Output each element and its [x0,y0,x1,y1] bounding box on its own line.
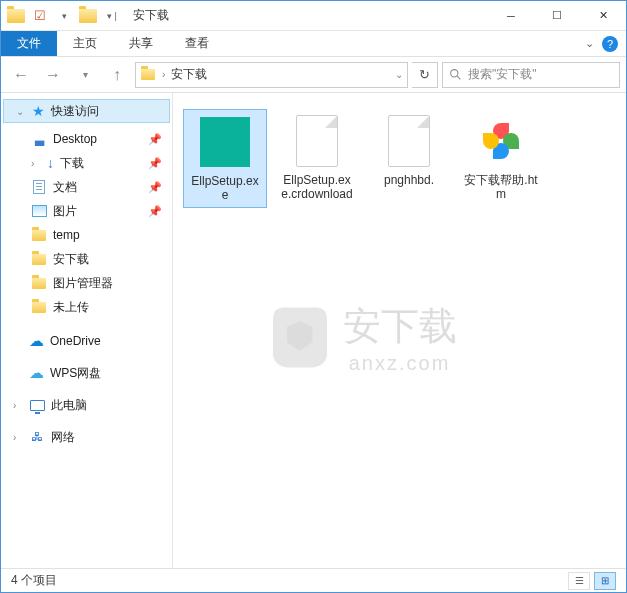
address-bar[interactable]: › 安下载 ⌄ [135,62,408,88]
address-folder-icon [140,68,156,82]
breadcrumb-segment[interactable]: 安下载 [171,66,207,83]
content-area[interactable]: EllpSetup.exe EllpSetup.exe.crdownload p… [173,93,626,568]
sidebar-item-desktop[interactable]: ▃ Desktop📌 [1,127,172,151]
sidebar-item-documents[interactable]: 文档📌 [1,175,172,199]
search-icon [449,68,462,81]
sidebar-item-picmanager[interactable]: 图片管理器 [1,271,172,295]
nav-back-button[interactable]: ← [7,62,35,88]
nav-forward-button[interactable]: → [39,62,67,88]
close-button[interactable]: ✕ [580,1,626,31]
tab-share[interactable]: 共享 [113,31,169,56]
folder-context-icon [77,5,99,27]
sidebar-item-pictures[interactable]: 图片📌 [1,199,172,223]
tab-home[interactable]: 主页 [57,31,113,56]
breadcrumb-sep-icon: › [162,69,165,80]
search-input[interactable]: 搜索"安下载" [442,62,620,88]
minimize-button[interactable]: ─ [488,1,534,31]
view-details-button[interactable]: ☰ [568,572,590,590]
refresh-button[interactable]: ↻ [412,62,438,88]
maximize-button[interactable]: ☐ [534,1,580,31]
file-item[interactable]: pnghhbd. [367,109,451,208]
file-thumb-htm [473,113,529,169]
properties-icon[interactable]: ☑ [29,5,51,27]
items-grid: EllpSetup.exe EllpSetup.exe.crdownload p… [183,109,616,208]
navigation-bar: ← → ▾ ↑ › 安下载 ⌄ ↻ 搜索"安下载" [1,57,626,93]
star-icon: ★ [32,103,45,119]
tab-view[interactable]: 查看 [169,31,225,56]
file-thumb-blank [381,113,437,169]
nav-up-button[interactable]: ↑ [103,62,131,88]
sidebar-item-temp[interactable]: temp [1,223,172,247]
file-thumb-exe [197,114,253,170]
computer-icon [29,398,45,412]
ribbon-collapse-icon[interactable]: ⌄ [585,37,594,50]
navigation-pane: ⌄ ★ 快速访问 ▃ Desktop📌 › ↓ 下载📌 文档📌 图片📌 temp… [1,93,173,568]
sidebar-item-anxiazai[interactable]: 安下载 [1,247,172,271]
sidebar-network[interactable]: › 🖧 网络 [1,425,172,449]
file-thumb-blank [289,113,345,169]
svg-point-0 [451,70,458,77]
document-icon [31,180,47,194]
pin-icon: 📌 [148,205,162,218]
file-name: pnghhbd. [384,173,434,187]
pin-icon: 📌 [148,157,162,170]
address-dropdown-icon[interactable]: ⌄ [395,69,403,80]
cloud-icon: ☁ [29,332,44,350]
qat-dropdown-icon[interactable]: ▾ [53,5,75,27]
folder-icon [31,252,47,266]
sidebar-item-upload[interactable]: 未上传 [1,295,172,319]
download-icon: ↓ [47,155,54,171]
pin-icon: 📌 [148,133,162,146]
shield-icon [273,307,327,367]
svg-line-1 [457,76,460,79]
chevron-down-icon[interactable]: ⌄ [16,106,26,117]
folder-icon [31,276,47,290]
pinwheel-icon [481,121,521,161]
pin-icon: 📌 [148,181,162,194]
status-bar: 4 个项目 ☰ ⊞ [1,568,626,592]
sidebar-quick-access[interactable]: ⌄ ★ 快速访问 [3,99,170,123]
folder-icon [31,228,47,242]
title-bar: ☑ ▾ ▾ | 安下载 ─ ☐ ✕ [1,1,626,31]
search-placeholder: 搜索"安下载" [468,66,537,83]
sidebar-wps[interactable]: ☁ WPS网盘 [1,361,172,385]
window-controls: ─ ☐ ✕ [488,1,626,31]
sidebar-thispc[interactable]: › 此电脑 [1,393,172,417]
sidebar-item-downloads[interactable]: › ↓ 下载📌 [1,151,172,175]
folder-icon [5,5,27,27]
network-icon: 🖧 [29,430,45,444]
tab-file[interactable]: 文件 [1,31,57,56]
chevron-right-icon[interactable]: › [13,400,23,411]
file-name: 安下载帮助.htm [463,173,539,202]
quick-access-toolbar: ☑ ▾ ▾ | [1,5,127,27]
chevron-right-icon[interactable]: › [13,432,23,443]
file-item[interactable]: EllpSetup.exe [183,109,267,208]
cloud-icon: ☁ [29,364,44,382]
status-item-count: 4 个项目 [11,572,57,589]
file-name: EllpSetup.exe [188,174,262,203]
sidebar-onedrive[interactable]: ☁ OneDrive [1,329,172,353]
file-item[interactable]: 安下载帮助.htm [459,109,543,208]
desktop-icon: ▃ [31,132,47,146]
qat-separator: ▾ | [101,5,123,27]
pictures-icon [31,204,47,218]
folder-icon [31,300,47,314]
file-name: EllpSetup.exe.crdownload [279,173,355,202]
sidebar-label: 快速访问 [51,103,99,120]
help-icon[interactable]: ? [602,36,618,52]
view-icons-button[interactable]: ⊞ [594,572,616,590]
chevron-right-icon[interactable]: › [31,158,41,169]
window-title: 安下载 [133,7,169,24]
watermark: 安下载 anxz.com [343,301,457,375]
ribbon-tabs: 文件 主页 共享 查看 ⌄ ? [1,31,626,57]
file-item[interactable]: EllpSetup.exe.crdownload [275,109,359,208]
nav-recent-dropdown[interactable]: ▾ [71,62,99,88]
